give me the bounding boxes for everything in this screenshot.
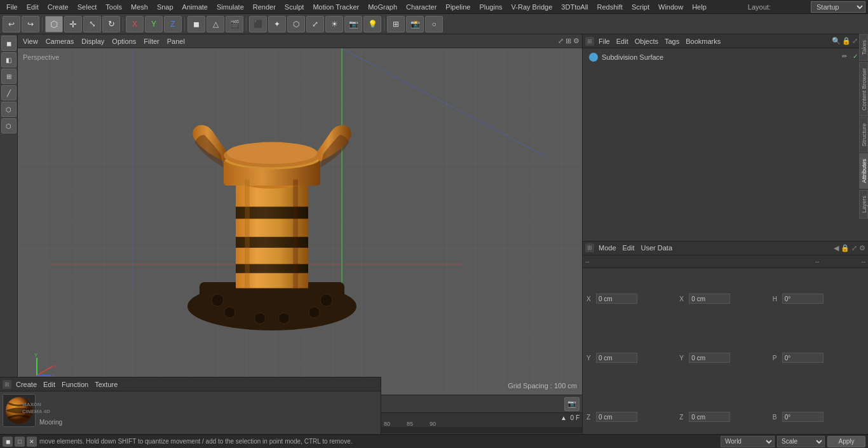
scale-tool-button[interactable]: ⤡: [83, 16, 101, 32]
apply-button[interactable]: Apply: [827, 436, 865, 447]
edit-mode-button[interactable]: △: [207, 16, 224, 32]
vp-menu-display[interactable]: Display: [79, 37, 107, 45]
menu-character[interactable]: Character: [402, 2, 440, 12]
om-expand-icon[interactable]: ⤢: [852, 37, 858, 45]
camera2-button[interactable]: 📸: [406, 16, 424, 32]
content-browser-tab[interactable]: Content Browser: [859, 62, 868, 116]
menu-file[interactable]: File: [3, 2, 22, 12]
om-file[interactable]: File: [597, 37, 612, 45]
menu-simulate[interactable]: Simulate: [213, 2, 248, 12]
undo-button[interactable]: ↩: [3, 16, 20, 32]
om-objects[interactable]: Objects: [633, 37, 660, 45]
lt-model-button[interactable]: ◼: [1, 36, 17, 51]
mat-create[interactable]: Create: [14, 381, 39, 388]
grid-button[interactable]: ⊞: [387, 16, 405, 32]
vp-menu-cameras[interactable]: Cameras: [43, 37, 77, 45]
scene-button[interactable]: ☀: [325, 16, 343, 32]
om-search-icon[interactable]: 🔍: [832, 37, 841, 45]
menu-script[interactable]: Script: [628, 2, 653, 12]
status-icon-1[interactable]: ◼: [3, 437, 13, 447]
om-tags[interactable]: Tags: [663, 37, 681, 45]
y-pos-field[interactable]: [596, 353, 637, 363]
structure-tab[interactable]: Structure: [859, 118, 868, 153]
attr-back-icon[interactable]: ◀: [834, 244, 839, 252]
menu-plugins[interactable]: Plugins: [475, 2, 506, 12]
attr-settings-icon[interactable]: ⚙: [859, 244, 865, 252]
om-lock-icon[interactable]: 🔒: [842, 37, 851, 45]
attr-expand-icon[interactable]: ⤢: [851, 244, 857, 252]
y-rot-field[interactable]: [689, 353, 730, 363]
mat-texture[interactable]: Texture: [93, 381, 119, 388]
z-axis-button[interactable]: Z: [164, 16, 182, 32]
menu-pipeline[interactable]: Pipeline: [442, 2, 474, 12]
menu-snap[interactable]: Snap: [153, 2, 177, 12]
menu-help[interactable]: Help: [688, 2, 710, 12]
lt-texture-button[interactable]: ◧: [1, 52, 17, 67]
layout-select[interactable]: Startup Standard BP UV Edit: [811, 1, 865, 13]
menu-motion-tracker[interactable]: Motion Tracker: [309, 2, 363, 12]
camera-button[interactable]: 📷: [344, 16, 362, 32]
p-field[interactable]: [782, 353, 824, 363]
menu-3dtoall[interactable]: 3DTtoAll: [557, 2, 592, 12]
x-rot-field[interactable]: [689, 294, 730, 304]
3d-viewport[interactable]: Perspective: [18, 48, 582, 395]
lt-vertex-button[interactable]: ⊞: [1, 69, 17, 84]
attr-user-data[interactable]: User Data: [639, 244, 675, 252]
menu-mesh[interactable]: Mesh: [127, 2, 152, 12]
cube-button[interactable]: ⬛: [249, 16, 267, 32]
mat-function[interactable]: Function: [60, 381, 90, 388]
object-manager-content[interactable]: Subdivision Surface ✏ ✓: [583, 48, 868, 241]
scale-select[interactable]: Scale No Scale: [777, 436, 825, 447]
render-button[interactable]: 🎬: [226, 16, 243, 32]
subdiv-pencil-icon[interactable]: ✏: [842, 53, 851, 62]
lt-select2-button[interactable]: ⬡: [1, 118, 17, 133]
vp-menu-options[interactable]: Options: [109, 37, 139, 45]
x-axis-button[interactable]: X: [126, 16, 144, 32]
move-tool-button[interactable]: ✛: [64, 16, 82, 32]
mat-edit[interactable]: Edit: [41, 381, 57, 388]
attr-lock-icon[interactable]: 🔒: [841, 244, 850, 252]
x-pos-field[interactable]: [596, 294, 637, 304]
vp-grid-icon[interactable]: ⊞: [566, 37, 571, 45]
menu-select[interactable]: Select: [74, 2, 101, 12]
layers-tab[interactable]: Layers: [859, 190, 868, 219]
menu-tools[interactable]: Tools: [102, 2, 126, 12]
vp-menu-panel[interactable]: Panel: [165, 37, 187, 45]
deformer-button[interactable]: ⤢: [306, 16, 324, 32]
attr-mode[interactable]: Mode: [597, 244, 618, 252]
menu-window[interactable]: Window: [654, 2, 687, 12]
lt-edge-button[interactable]: ╱: [1, 85, 17, 100]
rotate-tool-button[interactable]: ↻: [102, 16, 120, 32]
subdivision-surface-item[interactable]: Subdivision Surface ✏ ✓: [585, 51, 865, 64]
vp-menu-filter[interactable]: Filter: [141, 37, 161, 45]
select-tool-button[interactable]: ⬡: [45, 16, 63, 32]
light-button[interactable]: 💡: [363, 16, 381, 32]
om-bookmarks[interactable]: Bookmarks: [684, 37, 722, 45]
obj-mode-button[interactable]: ◼: [187, 16, 205, 32]
menu-animate[interactable]: Animate: [179, 2, 212, 12]
menu-redshift[interactable]: Redshift: [593, 2, 627, 12]
vp-settings-icon[interactable]: ⚙: [573, 37, 580, 45]
menu-create[interactable]: Create: [44, 2, 72, 12]
spline-button[interactable]: ✦: [268, 16, 286, 32]
vp-menu-view[interactable]: View: [20, 37, 41, 45]
redo-button[interactable]: ↪: [22, 16, 39, 32]
y-axis-button[interactable]: Y: [145, 16, 163, 32]
menu-sculpt[interactable]: Sculpt: [281, 2, 308, 12]
lt-poly-button[interactable]: ⬡: [1, 102, 17, 117]
nurbs-button[interactable]: ⬡: [287, 16, 305, 32]
takes-tab[interactable]: Takes: [859, 34, 868, 61]
environment-button[interactable]: ○: [425, 16, 443, 32]
attr-edit[interactable]: Edit: [621, 244, 637, 252]
attributes-tab[interactable]: Attributes: [859, 153, 868, 189]
vp-maximize-icon[interactable]: ⤢: [558, 37, 564, 45]
om-edit[interactable]: Edit: [614, 37, 630, 45]
h-field[interactable]: [782, 294, 824, 304]
status-icon-3[interactable]: ✕: [27, 437, 37, 447]
menu-mograph[interactable]: MoGraph: [364, 2, 401, 12]
menu-render[interactable]: Render: [249, 2, 280, 12]
menu-vray[interactable]: V-Ray Bridge: [508, 2, 557, 12]
status-icon-2[interactable]: □: [15, 437, 25, 447]
menu-edit[interactable]: Edit: [23, 2, 43, 12]
world-select[interactable]: World Object Camera: [721, 436, 775, 447]
